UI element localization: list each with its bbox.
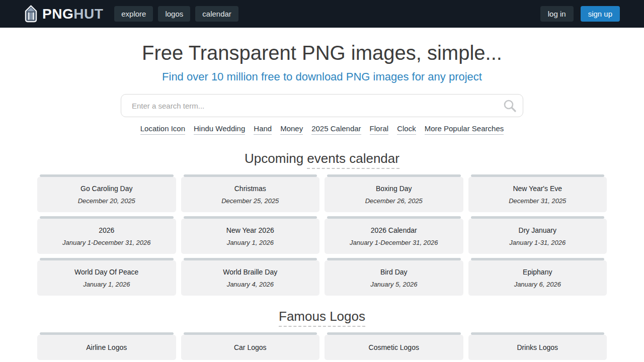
nav-link-button[interactable]: calendar (195, 6, 238, 22)
event-title: Epiphany (523, 268, 552, 276)
event-date: January 6, 2026 (514, 281, 561, 288)
popular-search-link[interactable]: Floral (370, 124, 389, 135)
events-heading-plain: Upcoming (245, 151, 307, 166)
logo-category-card[interactable]: Airline Logos (37, 332, 176, 360)
logo-category-card[interactable]: Drinks Logos (468, 332, 607, 360)
event-date: January 4, 2026 (227, 281, 274, 288)
event-card[interactable]: Epiphany January 6, 2026 (468, 258, 607, 296)
event-date: December 26, 2025 (365, 197, 423, 205)
nav-link-button[interactable]: explore (114, 6, 153, 22)
popular-search-link[interactable]: Location Icon (140, 124, 185, 135)
logo-category-card[interactable]: Car Logos (181, 332, 320, 360)
popular-searches: Location Icon Hindu Wedding Hand Money 2… (0, 124, 644, 135)
events-grid: Go Caroling Day December 20, 2025 Christ… (37, 174, 607, 296)
event-title: 2026 (99, 226, 114, 234)
logos-grid: Airline Logos Car Logos Cosmetic Logos D… (37, 332, 607, 362)
navbar: PNGHUT explore logos calendar log in sig… (0, 0, 644, 28)
event-date: December 20, 2025 (78, 197, 135, 205)
popular-search-link[interactable]: Money (280, 124, 303, 135)
event-title: Christmas (234, 185, 266, 193)
event-title: Dry January (519, 226, 556, 234)
event-card[interactable]: New Year 2026 January 1, 2026 (181, 216, 320, 254)
logo-category-title: Airline Logos (86, 343, 127, 351)
logo-category-card[interactable]: Cosmetic Logos (325, 332, 463, 360)
auth-buttons: log in sign up (540, 6, 620, 22)
event-card[interactable]: 2026 Calendar January 1-December 31, 202… (325, 216, 463, 254)
popular-search-link[interactable]: More Popular Searches (425, 124, 504, 135)
event-date: December 25, 2025 (221, 197, 279, 205)
events-calendar-link[interactable]: events calendar (307, 151, 399, 169)
brand-name: PNGHUT (42, 7, 103, 21)
login-button[interactable]: log in (540, 6, 574, 22)
logo-category-title: Cosmetic Logos (369, 343, 419, 351)
famous-logos-link[interactable]: Famous Logos (279, 309, 365, 327)
event-card[interactable]: World Braille Day January 4, 2026 (181, 258, 320, 296)
event-card[interactable]: World Day Of Peace January 1, 2026 (37, 258, 176, 296)
event-date: January 1-December 31, 2026 (62, 239, 151, 246)
event-title: Go Caroling Day (80, 185, 133, 193)
event-card[interactable]: Christmas December 25, 2025 (181, 174, 320, 212)
logos-heading: Famous Logos (0, 309, 644, 324)
nav-link-button[interactable]: logos (158, 6, 190, 22)
event-title: 2026 Calendar (371, 226, 417, 234)
page-subtitle: Find over 10 million free to download PN… (0, 70, 644, 83)
pencil-hut-icon (24, 5, 38, 23)
search-input[interactable] (121, 94, 523, 117)
events-heading: Upcoming events calendar (0, 151, 644, 166)
event-title: World Day Of Peace (74, 268, 138, 276)
hero-section: Free Transparent PNG images, simple... F… (0, 28, 644, 135)
event-date: December 31, 2025 (509, 197, 566, 205)
event-title: World Braille Day (223, 268, 277, 276)
event-card[interactable]: 2026 January 1-December 31, 2026 (37, 216, 176, 254)
event-date: January 1, 2026 (227, 239, 274, 246)
event-date: January 1, 2026 (83, 281, 130, 288)
event-card[interactable]: Boxing Day December 26, 2025 (325, 174, 463, 212)
event-card[interactable]: New Year's Eve December 31, 2025 (468, 174, 607, 212)
event-title: Bird Day (380, 268, 408, 276)
event-title: New Year's Eve (513, 185, 562, 193)
page-title: Free Transparent PNG images, simple... (0, 42, 644, 64)
event-card[interactable]: Go Caroling Day December 20, 2025 (37, 174, 176, 212)
popular-search-link[interactable]: 2025 Calendar (311, 124, 361, 135)
search-icon[interactable] (503, 99, 517, 113)
popular-search-link[interactable]: Hand (254, 124, 272, 135)
logo-category-title: Car Logos (234, 343, 267, 351)
event-date: January 5, 2026 (370, 281, 417, 288)
event-title: New Year 2026 (226, 226, 274, 234)
logo-category-title: Drinks Logos (517, 343, 558, 351)
brand-logo[interactable]: PNGHUT (24, 5, 103, 23)
signup-button[interactable]: sign up (581, 6, 620, 22)
nav-links: explore logos calendar (114, 6, 238, 22)
popular-search-link[interactable]: Clock (397, 124, 416, 135)
event-card[interactable]: Dry January January 1-31, 2026 (468, 216, 607, 254)
event-date: January 1-December 31, 2026 (350, 239, 438, 246)
popular-search-link[interactable]: Hindu Wedding (194, 124, 245, 135)
event-date: January 1-31, 2026 (509, 239, 566, 246)
search-bar (121, 94, 523, 117)
event-card[interactable]: Bird Day January 5, 2026 (325, 258, 463, 296)
event-title: Boxing Day (376, 185, 412, 193)
